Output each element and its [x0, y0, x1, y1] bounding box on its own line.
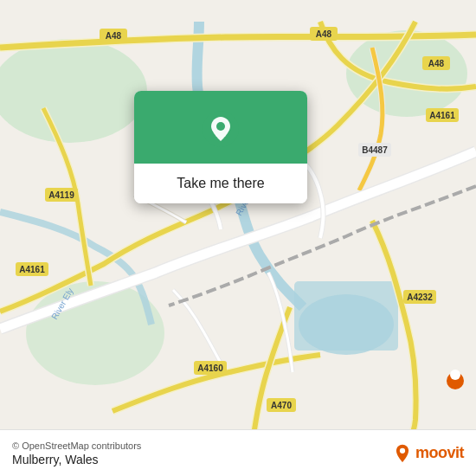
take-me-there-button[interactable]: Take me there: [134, 164, 307, 203]
popup-header: [134, 91, 307, 164]
svg-point-33: [216, 122, 225, 131]
moovit-pin-icon: [393, 444, 412, 463]
bottom-bar: © OpenStreetMap contributors Mulberry, W…: [0, 429, 476, 476]
location-name: Mulberry: [12, 453, 58, 466]
svg-text:A4161: A4161: [429, 111, 455, 120]
moovit-logo: moovit: [393, 444, 464, 463]
map-attribution: © OpenStreetMap contributors: [12, 441, 141, 451]
location-region: Wales: [65, 453, 98, 466]
svg-text:B4487: B4487: [362, 145, 388, 155]
svg-text:A48: A48: [316, 29, 332, 39]
svg-point-34: [400, 447, 405, 453]
svg-text:A48: A48: [106, 31, 122, 41]
popup-card: Take me there: [134, 91, 307, 203]
svg-text:A4160: A4160: [197, 363, 223, 373]
location-pin-icon: [202, 110, 240, 148]
svg-point-4: [299, 294, 394, 355]
svg-text:A48: A48: [428, 59, 445, 68]
map-svg: A48 A48 A48 A4161 B4487 A4119 A4161 A416…: [0, 0, 476, 476]
svg-point-30: [450, 370, 460, 380]
svg-point-0: [0, 39, 147, 143]
location-label: Mulberry, Wales: [12, 453, 141, 466]
svg-text:A4161: A4161: [19, 265, 45, 274]
map-container[interactable]: A48 A48 A48 A4161 B4487 A4119 A4161 A416…: [0, 0, 476, 476]
moovit-text: moovit: [415, 444, 464, 462]
svg-text:A4232: A4232: [407, 293, 433, 302]
svg-text:A4119: A4119: [48, 190, 74, 200]
svg-text:A470: A470: [271, 401, 292, 410]
